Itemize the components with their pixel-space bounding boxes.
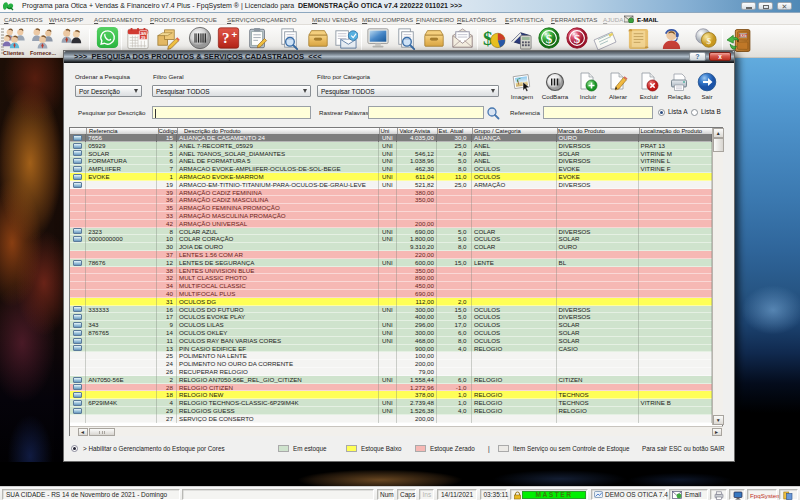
svg-text:29: 29 bbox=[141, 35, 145, 40]
svg-text:$: $ bbox=[546, 31, 553, 46]
svg-text:EXIT: EXIT bbox=[739, 34, 748, 38]
svg-text:$: $ bbox=[706, 36, 711, 46]
svg-text:+: + bbox=[231, 29, 237, 40]
svg-text:?: ? bbox=[222, 30, 230, 46]
svg-text:$: $ bbox=[574, 31, 581, 46]
